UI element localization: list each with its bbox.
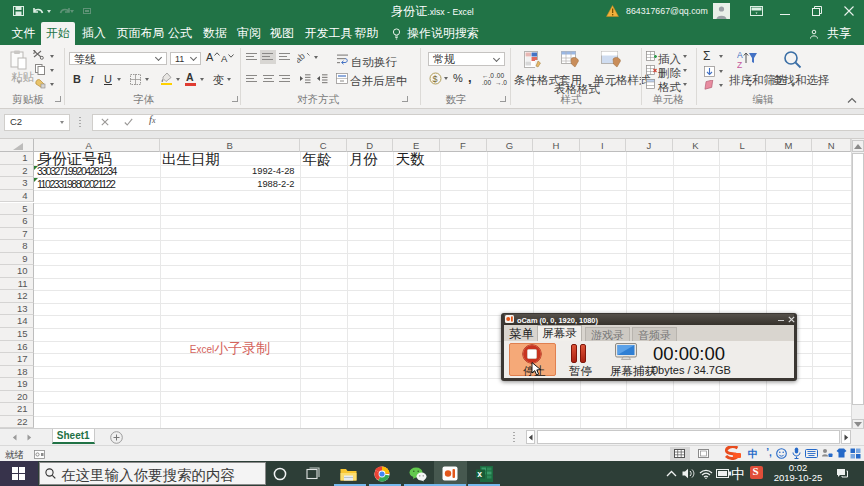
svg-text:ab: ab	[297, 51, 307, 63]
svg-text:Z: Z	[737, 60, 742, 69]
svg-text:x: x	[477, 469, 482, 479]
svg-text:A: A	[737, 50, 743, 60]
